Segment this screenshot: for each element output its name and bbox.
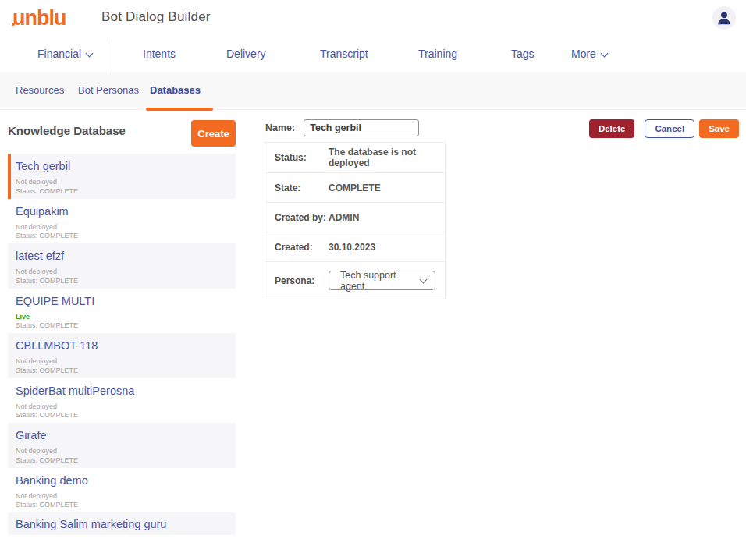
nav-item-intents[interactable]: Intents (143, 48, 176, 60)
logo-text: unblu (12, 6, 66, 30)
database-info-table: Status: The database is not deployed Sta… (265, 142, 446, 299)
status-value: The database is not deployed (329, 147, 445, 168)
database-list: Tech gerbil Not deployed Status: COMPLET… (8, 154, 236, 535)
create-button[interactable]: Create (191, 120, 236, 147)
nav-item-financial[interactable]: Financial (37, 48, 92, 60)
list-item-spiderbat[interactable]: SpiderBat multiPerosna Not deployed Stat… (8, 378, 236, 424)
tab-resources[interactable]: Resources (16, 84, 64, 96)
live-badge: Live (16, 313, 228, 322)
unblu-logo: unblu (12, 6, 66, 30)
created-label: Created: (265, 242, 329, 253)
main-nav: Financial Intents Delivery Transcript Tr… (0, 37, 746, 72)
persona-dropdown[interactable]: Tech support agent (329, 271, 435, 290)
user-avatar[interactable] (712, 6, 736, 30)
name-row: Name: (265, 119, 419, 136)
chevron-down-icon (600, 50, 608, 58)
created-value: 30.10.2023 (329, 242, 375, 253)
nav-item-training[interactable]: Training (418, 48, 457, 60)
sub-tab-bar: Resources Bot Personas Databases (0, 72, 746, 110)
list-item-banking-salim[interactable]: Banking Salim marketing guru (8, 512, 236, 535)
table-row: Persona: Tech support agent (265, 261, 445, 299)
list-item-banking-demo[interactable]: Banking demo Not deployed Status: COMPLE… (8, 468, 236, 513)
active-tab-underline (146, 108, 213, 111)
name-label: Name: (265, 122, 295, 133)
list-item-cbllmbot-118[interactable]: CBLLMBOT-118 Not deployed Status: COMPLE… (8, 333, 236, 378)
tab-bot-personas[interactable]: Bot Personas (78, 84, 139, 96)
table-row: Created by: ADMIN (265, 202, 445, 232)
status-label: Status: (265, 152, 329, 163)
state-label: State: (265, 183, 329, 193)
nav-item-tags[interactable]: Tags (511, 48, 535, 60)
list-item-equipe-multi[interactable]: EQUIPE MULTI Live Status: COMPLETE (8, 289, 236, 334)
table-row: State: COMPLETE (265, 172, 445, 202)
page-title: Bot Dialog Builder (101, 9, 211, 25)
user-icon (716, 9, 733, 27)
cancel-button[interactable]: Cancel (645, 119, 694, 138)
action-buttons: Delete Cancel Save (589, 119, 739, 138)
nav-item-transcript[interactable]: Transcript (320, 48, 368, 60)
list-item-girafe[interactable]: Girafe Not deployed Status: COMPLETE (8, 423, 236, 468)
chevron-down-icon (86, 50, 94, 58)
created-by-value: ADMIN (329, 212, 359, 223)
table-row: Status: The database is not deployed (265, 143, 445, 172)
list-item-tech-gerbil[interactable]: Tech gerbil Not deployed Status: COMPLET… (8, 154, 236, 199)
persona-selected-value: Tech support agent (340, 270, 421, 292)
name-input[interactable] (304, 119, 419, 136)
list-item-equipakim[interactable]: Equipakim Not deployed Status: COMPLETE (8, 199, 236, 244)
list-item-latest-efzf[interactable]: latest efzf Not deployed Status: COMPLET… (8, 243, 236, 289)
nav-item-delivery[interactable]: Delivery (226, 48, 266, 60)
save-button[interactable]: Save (699, 119, 739, 138)
sidebar-title: Knowledge Database (8, 124, 126, 137)
tab-databases[interactable]: Databases (150, 84, 201, 96)
state-value: COMPLETE (329, 183, 381, 193)
table-row: Created: 30.10.2023 (265, 232, 445, 261)
nav-item-more[interactable]: More (571, 48, 607, 60)
top-header: unblu Bot Dialog Builder (0, 0, 746, 37)
persona-label: Persona: (265, 275, 329, 286)
delete-button[interactable]: Delete (589, 119, 635, 138)
created-by-label: Created by: (265, 212, 329, 223)
nav-divider (112, 39, 112, 74)
logo-dot (12, 23, 15, 26)
